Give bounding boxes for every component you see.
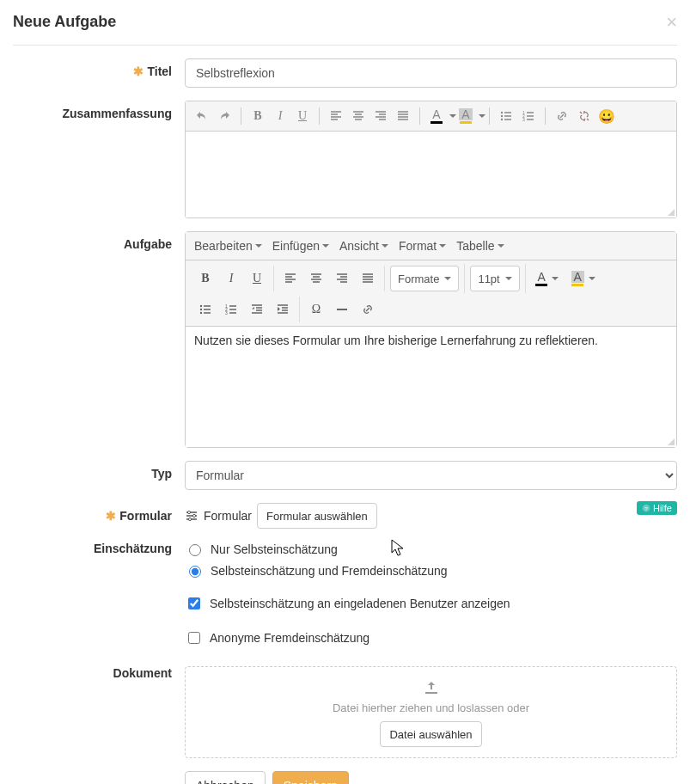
italic-button[interactable]: I <box>269 105 291 127</box>
svg-point-8 <box>200 312 202 314</box>
italic-button[interactable]: I <box>218 266 244 291</box>
row-footer: Abbrechen Speichern <box>13 771 677 784</box>
svg-point-15 <box>192 514 195 517</box>
number-list-button[interactable]: 123 <box>517 105 540 127</box>
choose-file-button[interactable]: Datei auswählen <box>380 721 481 747</box>
hr-button[interactable] <box>329 297 355 322</box>
sliders-icon <box>185 509 198 523</box>
modal-title: Neue Aufgabe <box>13 13 116 31</box>
unlink-button[interactable] <box>573 105 595 127</box>
svg-point-2 <box>501 119 503 120</box>
svg-point-7 <box>200 309 202 310</box>
fontsize-select[interactable]: 11pt <box>470 266 519 291</box>
menu-edit[interactable]: Bearbeiten <box>189 234 267 258</box>
align-right-button[interactable] <box>369 105 392 127</box>
menu-table[interactable]: Tabelle <box>451 234 509 258</box>
bullet-list-button[interactable] <box>495 105 517 127</box>
radio-self-and-other[interactable]: Selbsteinschätzung und Fremdeinschätzung <box>185 563 677 578</box>
upload-icon <box>194 680 668 698</box>
underline-button[interactable]: U <box>244 266 270 291</box>
align-justify-button[interactable] <box>355 266 381 291</box>
text-color-button[interactable]: A <box>425 105 448 127</box>
type-select[interactable]: Formular <box>185 461 677 490</box>
row-document: Dokument Datei hierher ziehen und loslas… <box>13 666 677 758</box>
align-center-button[interactable] <box>303 266 329 291</box>
special-char-button[interactable]: Ω <box>303 297 329 322</box>
required-star-icon: ✱ <box>133 64 143 78</box>
task-toolbar: B I U Formate <box>186 260 676 327</box>
bg-color-button[interactable]: A <box>455 105 477 127</box>
bullet-list-button[interactable] <box>192 297 218 322</box>
text-color-menu[interactable] <box>448 114 455 118</box>
outdent-button[interactable] <box>244 297 270 322</box>
task-menubar: Bearbeiten Einfügen Ansicht Format Tabel… <box>186 232 676 260</box>
label-form: ✱Formular <box>13 503 185 529</box>
align-left-button[interactable] <box>325 105 347 127</box>
task-editor: Bearbeiten Einfügen Ansicht Format Tabel… <box>185 231 677 448</box>
summary-content[interactable] <box>186 132 676 217</box>
row-task: Aufgabe Bearbeiten Einfügen Ansicht Form… <box>13 231 677 448</box>
align-right-button[interactable] <box>329 266 355 291</box>
row-type: Typ Formular <box>13 461 677 490</box>
bg-color-button[interactable]: A <box>565 266 601 291</box>
indent-button[interactable] <box>270 297 296 322</box>
form-name: Formular <box>204 509 252 523</box>
number-list-button[interactable]: 123 <box>218 297 244 322</box>
svg-text:3: 3 <box>522 117 525 122</box>
row-title: ✱Titel <box>13 58 677 88</box>
bg-color-menu[interactable] <box>477 114 484 118</box>
task-content[interactable]: Nutzen sie dieses Formular um Ihre bishe… <box>186 327 676 447</box>
radio-self-only-input[interactable] <box>189 544 201 556</box>
help-icon: ? <box>642 504 650 512</box>
svg-point-0 <box>501 112 503 113</box>
check-show-self-input[interactable] <box>188 597 200 609</box>
undo-button[interactable] <box>191 105 213 127</box>
text-color-button[interactable]: A <box>529 266 565 291</box>
radio-self-and-other-input[interactable] <box>189 566 201 578</box>
summary-toolbar: B I U A <box>186 101 676 132</box>
drop-text: Datei hierher ziehen und loslassen oder <box>194 701 668 714</box>
modal-body: ✱Titel Zusammenfassung <box>13 46 677 784</box>
modal-header: Neue Aufgabe × <box>13 13 677 46</box>
check-show-self[interactable]: Selbsteinschätzung an eingeladenen Benut… <box>185 595 677 612</box>
svg-point-1 <box>501 115 503 117</box>
align-left-button[interactable] <box>278 266 303 291</box>
align-center-button[interactable] <box>347 105 369 127</box>
modal-new-task: Neue Aufgabe × ✱Titel Zusammenfassung <box>0 0 690 784</box>
label-summary: Zusammenfassung <box>13 101 185 218</box>
menu-insert[interactable]: Einfügen <box>267 234 334 258</box>
cancel-button[interactable]: Abbrechen <box>185 771 266 784</box>
resize-handle-icon[interactable] <box>666 437 675 445</box>
align-justify-button[interactable] <box>392 105 414 127</box>
resize-handle-icon[interactable] <box>666 207 675 216</box>
bold-button[interactable]: B <box>192 266 218 291</box>
close-button[interactable]: × <box>666 13 677 32</box>
link-button[interactable] <box>551 105 573 127</box>
underline-button[interactable]: U <box>291 105 314 127</box>
svg-text:?: ? <box>644 505 648 511</box>
svg-text:3: 3 <box>225 310 228 315</box>
help-badge[interactable]: ? Hilfe <box>637 501 677 515</box>
radio-self-only[interactable]: Nur Selbsteinschätzung <box>185 542 677 556</box>
label-title: ✱Titel <box>13 58 185 88</box>
emoji-button[interactable]: 😀 <box>595 105 618 127</box>
row-form: ✱Formular ? Hilfe Formular Formular ausw… <box>13 503 677 529</box>
redo-button[interactable] <box>213 105 235 127</box>
svg-point-14 <box>187 511 190 513</box>
link-button[interactable] <box>355 297 381 322</box>
label-task: Aufgabe <box>13 231 185 448</box>
title-input[interactable] <box>185 58 677 88</box>
select-form-button[interactable]: Formular auswählen <box>257 503 377 529</box>
formats-select[interactable]: Formate <box>390 266 459 291</box>
menu-format[interactable]: Format <box>394 234 451 258</box>
check-anonymous-input[interactable] <box>188 632 200 644</box>
bold-button[interactable]: B <box>247 105 269 127</box>
svg-point-16 <box>188 518 191 520</box>
required-star-icon: ✱ <box>106 509 116 523</box>
menu-view[interactable]: Ansicht <box>334 234 394 258</box>
save-button[interactable]: Speichern <box>272 771 349 784</box>
file-dropzone[interactable]: Datei hierher ziehen und loslassen oder … <box>185 666 677 758</box>
label-type: Typ <box>13 461 185 490</box>
summary-editor: B I U A <box>185 101 677 218</box>
check-anonymous[interactable]: Anonyme Fremdeinschätzung <box>185 629 677 646</box>
